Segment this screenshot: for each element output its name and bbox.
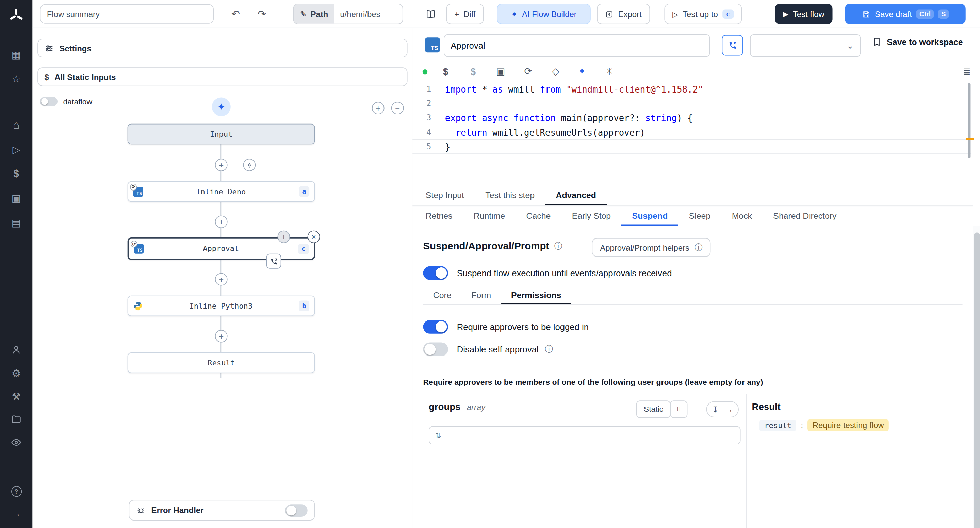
- json-editor-toggle-button[interactable]: ⌗: [670, 401, 687, 418]
- groups-field-type: array: [467, 402, 485, 412]
- tab-test-this-step[interactable]: Test this step: [475, 185, 545, 206]
- windmill-logo-icon[interactable]: [0, 5, 33, 26]
- package-icon[interactable]: ▣: [492, 64, 509, 79]
- audit-logs-icon[interactable]: [0, 433, 33, 452]
- resources-icon[interactable]: ▣: [0, 189, 33, 208]
- boards-icon[interactable]: ▦: [0, 45, 33, 64]
- ai-gen-icon[interactable]: ✳: [601, 64, 617, 79]
- variable-picker-icon[interactable]: $: [438, 64, 454, 79]
- require-login-toggle[interactable]: [423, 320, 448, 333]
- bug-icon: [136, 506, 146, 515]
- runs-icon[interactable]: ▷: [0, 140, 33, 159]
- flow-node-inline-deno[interactable]: TS ⟳ Inline Deno a: [127, 181, 315, 202]
- flow-node-inline-python[interactable]: Inline Python3 b: [127, 296, 315, 316]
- panel-scrollbar-thumb[interactable]: [974, 232, 980, 528]
- node-result-label: Result: [133, 358, 309, 367]
- pencil-icon: ✎: [300, 10, 307, 19]
- flow-summary-input[interactable]: [40, 5, 214, 24]
- add-step-button-1[interactable]: +: [215, 159, 228, 172]
- add-step-button-2[interactable]: +: [215, 216, 228, 228]
- users-icon[interactable]: [0, 340, 33, 359]
- suspend-phone-button[interactable]: [722, 35, 743, 56]
- path-value[interactable]: u/henri/bes: [334, 10, 402, 19]
- test-up-to-button[interactable]: ▷ Test up to c: [664, 4, 742, 24]
- groups-input[interactable]: ⇅: [429, 426, 741, 444]
- save-to-workspace-label: Save to workspace: [887, 37, 963, 47]
- disable-self-approval-toggle[interactable]: [423, 343, 448, 356]
- typescript-icon: TS ⟳: [133, 186, 143, 196]
- panel-scrollbar-track[interactable]: [972, 226, 980, 528]
- node-add-branch-button[interactable]: +: [278, 231, 290, 243]
- save-draft-label: Save draft: [875, 10, 912, 19]
- suspend-toggle-label: Suspend flow execution until events/appr…: [457, 268, 672, 278]
- folders-icon[interactable]: [0, 410, 33, 429]
- help-icon[interactable]: ?: [0, 482, 33, 501]
- tab-sleep[interactable]: Sleep: [679, 206, 721, 226]
- variables-icon[interactable]: $: [0, 164, 33, 183]
- expand-collapse-icon[interactable]: ⇅: [435, 431, 441, 439]
- suspend-toggle[interactable]: [423, 266, 448, 280]
- favorites-icon[interactable]: ☆: [0, 69, 33, 88]
- dataflow-toggle[interactable]: [40, 97, 57, 107]
- add-step-button-4[interactable]: +: [215, 330, 228, 343]
- workers-icon[interactable]: ⚒: [0, 387, 33, 406]
- save-to-workspace-button[interactable]: Save to workspace: [872, 37, 963, 47]
- add-step-button-3[interactable]: +: [215, 273, 228, 286]
- export-button[interactable]: Export: [597, 4, 649, 24]
- zoom-out-button[interactable]: −: [391, 102, 404, 114]
- tab-core[interactable]: Core: [423, 286, 461, 304]
- ai-flow-builder-button[interactable]: ✦ AI Flow Builder: [497, 4, 591, 24]
- format-icon[interactable]: ◇: [547, 64, 564, 79]
- advanced-tabs: Retries Runtime Cache Early Stop Suspend…: [412, 206, 972, 226]
- flow-settings-row[interactable]: Settings: [37, 39, 407, 57]
- info-icon[interactable]: ⓘ: [554, 240, 563, 252]
- redo-button[interactable]: ↷: [253, 5, 271, 24]
- diff-button[interactable]: + Diff: [446, 4, 484, 24]
- connect-arrow-icon[interactable]: →: [725, 404, 733, 414]
- ai-wand-button[interactable]: ✦: [212, 98, 231, 116]
- save-draft-button[interactable]: Save draft Ctrl S: [845, 4, 966, 24]
- approval-phone-button[interactable]: [266, 254, 281, 269]
- docs-book-icon[interactable]: [421, 5, 440, 24]
- step-name-input[interactable]: [444, 34, 710, 57]
- lang-status-dot: [423, 69, 428, 75]
- tab-cache[interactable]: Cache: [515, 206, 561, 226]
- code-editor[interactable]: 1import * as wmill from "windmill-client…: [412, 82, 971, 154]
- tab-suspend[interactable]: Suspend: [621, 206, 678, 226]
- expand-sidebar-icon[interactable]: →: [0, 504, 33, 523]
- insert-value-icon[interactable]: ↧: [712, 404, 719, 414]
- tab-step-input[interactable]: Step Input: [415, 185, 475, 206]
- trigger-zap-button[interactable]: [243, 159, 256, 172]
- test-flow-button[interactable]: ▶ Test flow: [775, 4, 833, 24]
- approval-prompt-helpers-button[interactable]: Approval/Prompt helpers ⓘ: [592, 238, 711, 257]
- library-icon[interactable]: ≣: [959, 64, 975, 79]
- flow-node-result[interactable]: Result: [127, 353, 315, 373]
- reload-icon[interactable]: ⟳: [520, 64, 536, 79]
- node-input-label: Input: [133, 130, 309, 138]
- zoom-in-button[interactable]: +: [372, 102, 385, 114]
- template-select[interactable]: ⌄: [750, 34, 861, 57]
- editor-scrollbar-thumb[interactable]: [968, 83, 970, 158]
- tab-runtime[interactable]: Runtime: [463, 206, 516, 226]
- error-handler-toggle[interactable]: [285, 504, 308, 517]
- tab-mock[interactable]: Mock: [721, 206, 762, 226]
- info-icon[interactable]: ⓘ: [545, 344, 553, 355]
- path-button[interactable]: ✎ Path: [294, 5, 334, 24]
- schedules-icon[interactable]: ▤: [0, 213, 33, 232]
- tab-shared-directory[interactable]: Shared Directory: [762, 206, 847, 226]
- tab-advanced[interactable]: Advanced: [545, 185, 607, 206]
- all-static-inputs-row[interactable]: $ All Static Inputs: [37, 67, 407, 86]
- tab-permissions[interactable]: Permissions: [501, 286, 571, 304]
- settings-icon[interactable]: ⚙: [0, 364, 33, 382]
- ai-assistant-wand-icon[interactable]: ✦: [574, 64, 590, 79]
- static-mode-button[interactable]: Static: [636, 401, 671, 418]
- resource-picker-icon[interactable]: $: [465, 64, 482, 79]
- undo-button[interactable]: ↶: [226, 5, 245, 24]
- tab-form[interactable]: Form: [461, 286, 501, 304]
- tab-early-stop[interactable]: Early Stop: [562, 206, 622, 226]
- error-handler-row[interactable]: Error Handler: [129, 500, 315, 520]
- node-delete-button[interactable]: ×: [308, 231, 320, 243]
- flow-node-input[interactable]: Input: [127, 124, 315, 145]
- tab-retries[interactable]: Retries: [415, 206, 463, 226]
- home-icon[interactable]: ⌂: [0, 116, 33, 134]
